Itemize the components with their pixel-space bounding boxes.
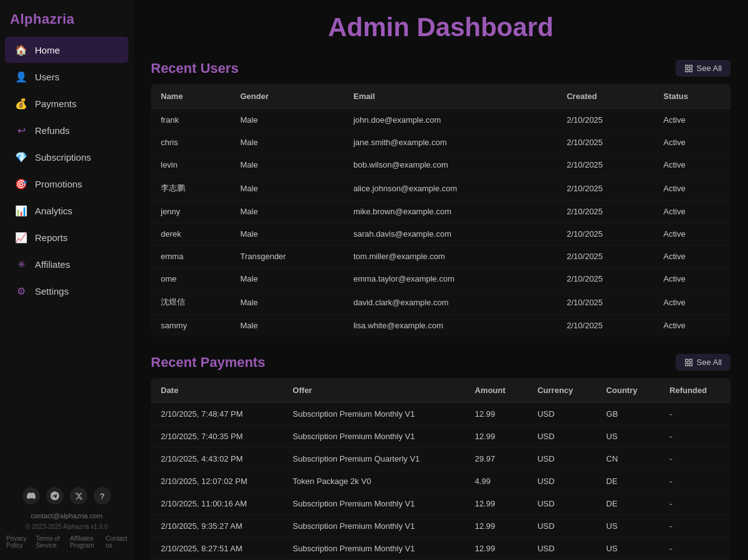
payment-country-cell: US (597, 425, 659, 448)
telegram-icon[interactable] (46, 487, 64, 505)
page-title-purple: Dashboard (416, 12, 553, 42)
user-email-cell: lisa.white@example.com (343, 315, 557, 337)
payment-offer-cell: Subscription Premium Monthly V1 (283, 538, 465, 560)
payment-date-cell: 2/10/2025, 7:40:35 PM (151, 425, 283, 448)
refunds-icon: ↩ (15, 124, 27, 136)
sidebar-label-promotions: Promotions (35, 179, 82, 189)
user-gender-cell: Male (230, 154, 343, 176)
table-row: chris Male jane.smith@example.com 2/10/2… (151, 131, 731, 154)
sidebar-item-affiliates[interactable]: ✳ Affiliates (5, 251, 128, 277)
table-row: sammy Male lisa.white@example.com 2/10/2… (151, 315, 731, 337)
user-name-cell: jenny (151, 201, 230, 223)
sidebar-item-settings[interactable]: ⚙ Settings (5, 278, 128, 304)
users-col-gender: Gender (230, 84, 343, 109)
user-email-cell: jane.smith@example.com (343, 131, 557, 154)
sidebar-item-analytics[interactable]: 📊 Analytics (5, 197, 128, 224)
svg-rect-0 (685, 65, 688, 67)
twitter-icon[interactable] (70, 487, 87, 505)
payment-amount-cell: 12.99 (465, 403, 528, 425)
reports-icon: 📈 (15, 231, 27, 244)
user-email-cell: alice.johnson@example.com (343, 176, 557, 201)
sidebar-label-subscriptions: Subscriptions (35, 152, 91, 163)
user-status-cell: Active (653, 268, 731, 290)
user-created-cell: 2/10/2025 (557, 131, 653, 154)
table-row: derek Male sarah.davis@example.com 2/10/… (151, 223, 731, 245)
user-name-cell: chris (151, 131, 230, 154)
payments-col-amount: Amount (465, 378, 528, 403)
users-col-name: Name (151, 84, 230, 109)
user-created-cell: 2/10/2025 (557, 176, 653, 201)
user-gender-cell: Male (230, 315, 343, 337)
sidebar: Alphazria 🏠 Home 👤 Users 💰 Payments ↩ Re… (0, 0, 133, 560)
page-title: Admin Dashboard (151, 12, 731, 42)
payment-refunded-cell: - (659, 403, 731, 425)
contact-email: contact@alphazria.com (6, 510, 127, 522)
settings-icon: ⚙ (15, 285, 27, 297)
recent-payments-header: Recent Payments See All (151, 354, 731, 371)
payment-date-cell: 2/10/2025, 12:07:02 PM (151, 470, 283, 493)
payments-col-date: Date (151, 378, 283, 403)
user-gender-cell: Male (230, 223, 343, 245)
payments-col-currency: Currency (527, 378, 596, 403)
recent-payments-title: Recent Payments (151, 354, 265, 371)
payment-amount-cell: 29.97 (465, 448, 528, 470)
user-created-cell: 2/10/2025 (557, 245, 653, 268)
user-gender-cell: Male (230, 109, 343, 131)
payment-currency-cell: USD (527, 493, 596, 515)
payment-date-cell: 2/10/2025, 4:43:02 PM (151, 448, 283, 470)
user-status-cell: Active (653, 315, 731, 337)
payment-refunded-cell: - (659, 425, 731, 448)
payment-country-cell: US (597, 538, 659, 560)
sidebar-item-refunds[interactable]: ↩ Refunds (5, 117, 128, 143)
sidebar-item-subscriptions[interactable]: 💎 Subscriptions (5, 144, 128, 170)
sidebar-label-refunds: Refunds (35, 125, 70, 136)
sidebar-item-users[interactable]: 👤 Users (5, 64, 128, 90)
sidebar-item-payments[interactable]: 💰 Payments (5, 90, 128, 116)
user-created-cell: 2/10/2025 (557, 201, 653, 223)
user-name-cell: 沈煜信 (151, 290, 230, 315)
discord-icon[interactable] (22, 487, 40, 505)
payment-country-cell: CN (597, 448, 659, 470)
payment-country-cell: DE (597, 470, 659, 493)
user-email-cell: tom.miller@example.com (343, 245, 557, 268)
payments-table-wrapper: Date Offer Amount Currency Country Refun… (151, 378, 731, 560)
sidebar-item-home[interactable]: 🏠 Home (5, 37, 128, 63)
user-email-cell: mike.brown@example.com (343, 201, 557, 223)
payments-table: Date Offer Amount Currency Country Refun… (151, 378, 731, 560)
payment-refunded-cell: - (659, 470, 731, 493)
help-icon[interactable]: ? (94, 487, 111, 505)
sidebar-item-reports[interactable]: 📈 Reports (5, 224, 128, 250)
payment-offer-cell: Subscription Premium Monthly V1 (283, 493, 465, 515)
privacy-policy-link[interactable]: Privacy Policy (6, 535, 29, 549)
user-name-cell: 李志鹏 (151, 176, 230, 201)
recent-users-header: Recent Users See All (151, 60, 731, 77)
terms-link[interactable]: Terms of Service (36, 535, 64, 549)
contact-us-link[interactable]: Contact us (106, 535, 127, 549)
affiliates-program-link[interactable]: Affiliates Program (70, 535, 99, 549)
payments-col-country: Country (597, 378, 659, 403)
payment-refunded-cell: - (659, 538, 731, 560)
user-status-cell: Active (653, 131, 731, 154)
see-all-payments-button[interactable]: See All (676, 354, 731, 371)
logo-text-purple: zria (50, 11, 75, 27)
user-gender-cell: Male (230, 131, 343, 154)
payments-icon: 💰 (15, 97, 27, 110)
payment-amount-cell: 12.99 (465, 538, 528, 560)
home-icon: 🏠 (15, 44, 27, 56)
svg-rect-1 (689, 65, 692, 67)
user-email-cell: sarah.davis@example.com (343, 223, 557, 245)
user-gender-cell: Male (230, 176, 343, 201)
see-all-users-button[interactable]: See All (676, 60, 731, 77)
page-title-white: Admin (328, 12, 410, 42)
payment-refunded-cell: - (659, 493, 731, 515)
payment-country-cell: US (597, 515, 659, 538)
table-row: 2/10/2025, 12:07:02 PM Token Package 2k … (151, 470, 731, 493)
payment-currency-cell: USD (527, 448, 596, 470)
sidebar-item-promotions[interactable]: 🎯 Promotions (5, 171, 128, 197)
users-table: Name Gender Email Created Status frank M… (151, 84, 731, 336)
sidebar-label-payments: Payments (35, 98, 77, 109)
subscriptions-icon: 💎 (15, 151, 27, 163)
users-col-email: Email (343, 84, 557, 109)
main-content: Admin Dashboard Recent Users See All Nam… (133, 0, 748, 560)
sidebar-label-analytics: Analytics (35, 206, 72, 216)
